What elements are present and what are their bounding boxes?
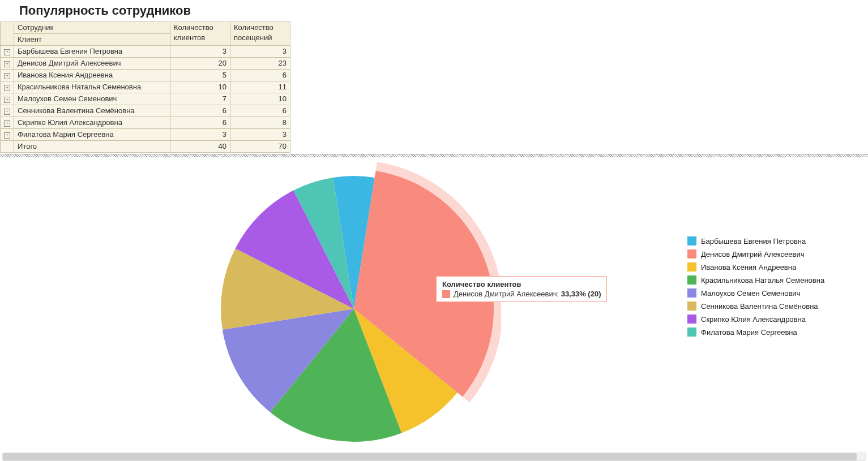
chart-tooltip: Количество клиентов Денисов Дмитрий Алек… [436, 276, 607, 302]
cell-employee-name: Сенникова Валентина Семёновна [14, 105, 170, 117]
report-page: Популярность сотрудников Сотрудник Колич… [0, 0, 868, 461]
cell-visits: 10 [230, 93, 290, 105]
tooltip-title: Количество клиентов [442, 280, 601, 288]
cell-clients: 10 [170, 81, 230, 93]
expand-toggle[interactable]: + [1, 70, 14, 81]
plus-icon[interactable]: + [4, 132, 10, 139]
legend-item[interactable]: Красильникова Наталья Семеновна [687, 275, 824, 285]
tooltip-value: 33,33% (20) [561, 290, 601, 298]
expand-toggle[interactable]: + [1, 81, 14, 93]
legend-label: Иванова Ксения Андреевна [701, 263, 796, 272]
cell-clients: 6 [170, 117, 230, 129]
legend-swatch [687, 301, 696, 311]
cell-employee-name: Барбышева Евгения Петровна [14, 46, 170, 58]
table-row[interactable]: +Иванова Ксения Андреевна56 [1, 70, 290, 81]
plus-icon[interactable]: + [4, 120, 10, 127]
legend-swatch [687, 249, 696, 258]
legend-item[interactable]: Малоухов Семен Семенович [687, 288, 824, 298]
plus-icon[interactable]: + [4, 85, 10, 91]
cell-visits: 3 [230, 46, 290, 58]
legend-label: Скрипко Юлия Александровна [701, 315, 806, 324]
cell-visits: 6 [230, 105, 290, 117]
cell-clients: 3 [170, 129, 230, 141]
cell-clients: 3 [170, 46, 230, 58]
legend-item[interactable]: Иванова Ксения Андреевна [687, 262, 824, 272]
cell-visits: 23 [230, 58, 290, 70]
report-title: Популярность сотрудников [19, 3, 857, 18]
tooltip-series-label: Денисов Дмитрий Алексеевич [454, 290, 557, 298]
expand-header [1, 22, 14, 46]
legend-label: Малоухов Семен Семенович [701, 289, 800, 298]
chart-area: Количество клиентов Денисов Дмитрий Алек… [0, 157, 868, 454]
scrollbar-thumb[interactable] [3, 453, 857, 460]
cell-employee-name: Денисов Дмитрий Алексеевич [14, 58, 170, 70]
table-row[interactable]: +Денисов Дмитрий Алексеевич2023 [1, 58, 290, 70]
legend-item[interactable]: Барбышева Евгения Петровна [687, 236, 824, 245]
cell-visits: 3 [230, 129, 290, 141]
legend-swatch [687, 236, 696, 245]
cell-visits: 11 [230, 81, 290, 93]
cell-clients: 20 [170, 58, 230, 70]
plus-icon[interactable]: + [4, 97, 10, 103]
legend-item[interactable]: Скрипко Юлия Александровна [687, 314, 824, 324]
table-row[interactable]: +Сенникова Валентина Семёновна66 [1, 105, 290, 117]
table-row[interactable]: +Красильникова Наталья Семеновна1011 [1, 81, 290, 93]
legend-label: Денисов Дмитрий Алексеевич [701, 250, 804, 258]
report-header: Популярность сотрудников [0, 0, 868, 20]
totals-visits: 70 [230, 141, 290, 153]
data-table-container: Сотрудник Количество клиентов Количество… [0, 20, 868, 153]
cell-employee-name: Красильникова Наталья Семеновна [14, 81, 170, 93]
totals-row: Итого4070 [1, 141, 290, 153]
legend-label: Сенникова Валентина Семёновна [701, 302, 818, 311]
expand-toggle[interactable]: + [1, 117, 14, 129]
employee-popularity-table: Сотрудник Количество клиентов Количество… [0, 21, 290, 153]
totals-label: Итого [14, 141, 170, 153]
legend-label: Барбышева Евгения Петровна [701, 237, 806, 245]
expand-toggle[interactable]: + [1, 129, 14, 141]
cell-visits: 8 [230, 117, 290, 129]
col-header-employee[interactable]: Сотрудник [14, 22, 170, 34]
legend-item[interactable]: Сенникова Валентина Семёновна [687, 301, 824, 311]
cell-employee-name: Филатова Мария Сергеевна [14, 129, 170, 141]
col-header-visits[interactable]: Количество посещений [230, 22, 290, 46]
col-header-clients[interactable]: Количество клиентов [170, 22, 230, 46]
cell-visits: 6 [230, 70, 290, 81]
cell-clients: 6 [170, 105, 230, 117]
chart-legend: Барбышева Евгения ПетровнаДенисов Дмитри… [687, 236, 824, 341]
cell-clients: 7 [170, 93, 230, 105]
plus-icon[interactable]: + [4, 49, 10, 55]
horizontal-scrollbar[interactable] [2, 453, 866, 461]
tooltip-swatch [442, 290, 450, 298]
table-row[interactable]: +Скрипко Юлия Александровна68 [1, 117, 290, 129]
table-row[interactable]: +Барбышева Евгения Петровна33 [1, 46, 290, 58]
col-header-client[interactable]: Клиент [14, 34, 170, 46]
legend-swatch [687, 314, 696, 324]
legend-swatch [687, 262, 696, 272]
expand-toggle[interactable]: + [1, 46, 14, 58]
legend-label: Филатова Мария Сергеевна [701, 328, 797, 337]
cell-clients: 5 [170, 70, 230, 81]
expand-placeholder [1, 141, 14, 153]
plus-icon[interactable]: + [4, 61, 10, 67]
legend-item[interactable]: Денисов Дмитрий Алексеевич [687, 249, 824, 258]
legend-label: Красильникова Наталья Семеновна [701, 276, 824, 285]
table-row[interactable]: +Филатова Мария Сергеевна33 [1, 129, 290, 141]
cell-employee-name: Малоухов Семен Семенович [14, 93, 170, 105]
expand-toggle[interactable]: + [1, 93, 14, 105]
plus-icon[interactable]: + [4, 109, 10, 115]
pie-chart[interactable] [207, 162, 501, 456]
legend-swatch [687, 328, 696, 337]
expand-toggle[interactable]: + [1, 58, 14, 70]
cell-employee-name: Скрипко Юлия Александровна [14, 117, 170, 129]
totals-clients: 40 [170, 141, 230, 153]
legend-swatch [687, 288, 696, 298]
legend-swatch [687, 275, 696, 285]
plus-icon[interactable]: + [4, 73, 10, 79]
table-row[interactable]: +Малоухов Семен Семенович710 [1, 93, 290, 105]
cell-employee-name: Иванова Ксения Андреевна [14, 70, 170, 81]
legend-item[interactable]: Филатова Мария Сергеевна [687, 328, 824, 337]
expand-toggle[interactable]: + [1, 105, 14, 117]
